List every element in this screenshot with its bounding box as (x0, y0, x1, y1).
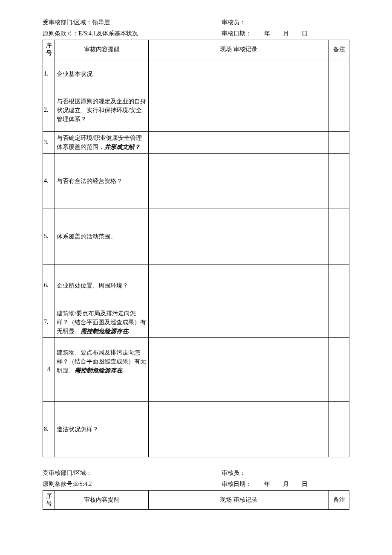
cell-content: 与否有合法的经营资格？ (55, 153, 149, 209)
cell-note (329, 89, 349, 131)
table-header-row: 序号 审核内容提醒 现场 审核记录 备注 (43, 40, 349, 59)
section-gap (43, 457, 349, 468)
auditor-label: 审核员： (222, 18, 245, 27)
year-unit: 年 (264, 479, 270, 489)
cell-record (149, 131, 329, 153)
cell-content: 与否确定环境/职业健康安全管理体系覆盖的范围，并形成文献？ (55, 131, 149, 153)
th-content: 审核内容提醒 (55, 40, 149, 59)
table-row: 1. 企业基本状况 (43, 59, 349, 89)
cell-record (149, 307, 329, 337)
th-index: 序号 (43, 40, 55, 59)
cell-idx: 8. (43, 401, 55, 457)
cell-content: 建筑物、要点布局及排污走向怎样？（结合平面图巡查成果）有无明显、需控制危险源存在… (55, 337, 149, 401)
cell-content: 企业所处位置、周围环境？ (55, 264, 149, 307)
header-row-2: 原则条款号:E/S:4.2 审核日期： 年 月 日 (43, 479, 349, 490)
cell-content: 体系覆盖的活动范围。 (55, 209, 149, 264)
header-row-1: 受审核部门/区域： 审核员： (43, 468, 349, 479)
cell-content: 企业基本状况 (55, 59, 149, 89)
th-index: 序号 (43, 490, 55, 509)
table-row: 6. 企业所处位置、周围环境？ (43, 264, 349, 307)
clause-value: E/S:4.1及体系基本状况 (78, 30, 138, 37)
table-row: 5. 体系覆盖的活动范围。 (43, 209, 349, 264)
day-unit: 日 (302, 29, 308, 38)
th-content: 审核内容提醒 (55, 490, 149, 509)
cell-idx: 6. (43, 264, 55, 307)
dept-value: 领导层 (92, 19, 110, 26)
table-row: 3. 与否确定环境/职业健康安全管理体系覆盖的范围，并形成文献？ (43, 131, 349, 153)
table-row: 4. 与否有合法的经营资格？ (43, 153, 349, 209)
cell-note (329, 264, 349, 307)
cell-record (149, 209, 329, 264)
cell-record (149, 59, 329, 89)
dept-label: 受审核部门/区域： (43, 19, 92, 26)
cell-note (329, 401, 349, 457)
th-record: 现场 审核记录 (149, 490, 329, 509)
cell-idx: 1. (43, 59, 55, 89)
table-row: 8 建筑物、要点布局及排污走向怎样？（结合平面图巡查成果）有无明显、需控制危险源… (43, 337, 349, 401)
th-note: 备注 (329, 490, 349, 509)
cell-idx: 5. (43, 209, 55, 264)
cell-note (329, 153, 349, 209)
cell-content: 遵法状况怎样？ (55, 401, 149, 457)
cell-idx: 8 (43, 337, 55, 401)
cell-idx: 7. (43, 307, 55, 337)
cell-note (329, 59, 349, 89)
table-row: 7. 建筑物/要点布局及排污走向怎样？（结合平面图及巡查成果）有无明显、需控制危… (43, 307, 349, 337)
table-row: 8. 遵法状况怎样？ (43, 401, 349, 457)
table-row: 2. 与否根据原则的规定及企业的自身状况建立、实行和保持环境/安全管理体系？ (43, 89, 349, 131)
date-label: 审核日期： (222, 479, 251, 489)
cell-record (149, 153, 329, 209)
audit-section-1: 受审核部门/区域：领导层 审核员： 原则条款号：E/S:4.1及体系基本状况 审… (43, 17, 349, 457)
dept-label: 受审核部门/区域： (43, 470, 92, 476)
cell-idx: 4. (43, 153, 55, 209)
cell-record (149, 337, 329, 401)
cell-content: 与否根据原则的规定及企业的自身状况建立、实行和保持环境/安全管理体系？ (55, 89, 149, 131)
cell-note (329, 337, 349, 401)
month-unit: 月 (283, 479, 289, 489)
date-label: 审核日期： (222, 29, 251, 38)
cell-note (329, 131, 349, 153)
auditor-label: 审核员： (222, 468, 245, 478)
day-unit: 日 (302, 479, 308, 489)
cell-record (149, 401, 329, 457)
cell-note (329, 209, 349, 264)
clause-label: 原则条款号： (43, 30, 78, 37)
header-row-2: 原则条款号：E/S:4.1及体系基本状况 审核日期： 年 月 日 (43, 28, 349, 39)
cell-note (329, 307, 349, 337)
cell-content: 建筑物/要点布局及排污走向怎样？（结合平面图及巡查成果）有无明显、需控制危险源存… (55, 307, 149, 337)
th-record: 现场 审核记录 (149, 40, 329, 59)
table-header-row: 序号 审核内容提醒 现场 审核记录 备注 (43, 490, 349, 509)
header-row-1: 受审核部门/区域：领导层 审核员： (43, 17, 349, 28)
cell-idx: 3. (43, 131, 55, 153)
cell-idx: 2. (43, 89, 55, 131)
clause-label: 原则条款号: (43, 481, 74, 487)
audit-table-1: 序号 审核内容提醒 现场 审核记录 备注 1. 企业基本状况 2. 与否根据原则… (43, 40, 349, 457)
clause-value: E/S:4.2 (74, 481, 92, 487)
year-unit: 年 (264, 29, 270, 38)
cell-record (149, 89, 329, 131)
th-note: 备注 (329, 40, 349, 59)
audit-table-2: 序号 审核内容提醒 现场 审核记录 备注 (43, 490, 349, 510)
month-unit: 月 (283, 29, 289, 38)
cell-record (149, 264, 329, 307)
audit-section-2: 受审核部门/区域： 审核员： 原则条款号:E/S:4.2 审核日期： 年 月 日… (43, 468, 349, 510)
